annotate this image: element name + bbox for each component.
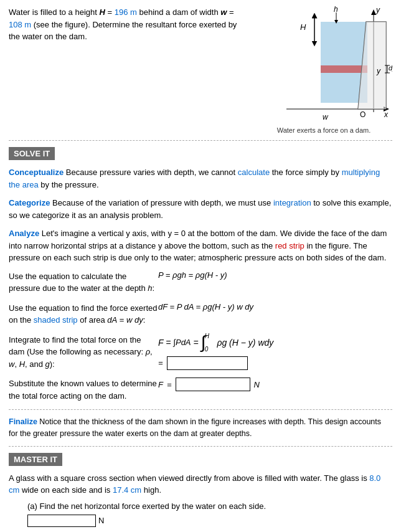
- eq3-equals2: =: [194, 338, 199, 348]
- svg-text:H: H: [300, 22, 306, 32]
- equation-row-3: Integrate to find the total force on the…: [9, 334, 392, 371]
- equation-row-1: Use the equation to calculate the pressu…: [9, 270, 392, 295]
- part-a-input[interactable]: [27, 515, 96, 527]
- intro-text-block: Water is filled to a height H = 196 m be…: [9, 6, 249, 134]
- H-value: 196 m: [115, 7, 137, 17]
- svg-text:x: x: [384, 110, 389, 119]
- divider-3: [9, 446, 392, 447]
- conceptualize-text: Conceptualize Because pressure varies wi…: [9, 166, 392, 191]
- eq4-answer-input[interactable]: [176, 378, 250, 391]
- eq3-F-label: F =: [158, 338, 171, 348]
- intro-paragraph: Water is filled to a height H = 196 m be…: [9, 6, 249, 43]
- w-label: w: [220, 7, 227, 17]
- H-label: H: [99, 7, 105, 17]
- equation-row-4: Substitute the known values to determine…: [9, 378, 392, 402]
- conceptualize-body: Because pressure varies with depth, we c…: [9, 168, 380, 189]
- svg-text:O: O: [360, 110, 366, 119]
- eq3-answer-input[interactable]: [167, 356, 248, 370]
- dam-diagram: H w dy y x y O h: [255, 6, 392, 131]
- svg-marker-1: [371, 9, 376, 15]
- svg-text:y: y: [376, 67, 381, 75]
- eq2-left: Use the equation to find the force exert…: [9, 302, 158, 326]
- divider-2: [9, 409, 392, 410]
- finalize-text: Finalize Notice that the thickness of th…: [9, 416, 392, 440]
- categorize-block: Categorize Because of the variation of p…: [9, 197, 392, 221]
- eq2-formula: dF = P dA = ρg(H - y) w dy: [158, 302, 253, 311]
- master-it-section: MASTER IT A glass with a square cross se…: [9, 453, 392, 533]
- svg-rect-7: [321, 65, 367, 73]
- eq3-integrand: ρg (H − y) wdy: [217, 338, 273, 348]
- svg-text:h: h: [334, 6, 338, 14]
- master-intro-text: A glass with a square cross section when…: [9, 472, 392, 496]
- eq3-left: Integrate to find the total force on the…: [9, 334, 158, 371]
- solve-it-header: SOLVE IT: [9, 147, 55, 160]
- master-height: 17.4 cm: [113, 485, 141, 495]
- eq1-formula: P = ρgh = ρg(H - y): [158, 270, 227, 280]
- eq4-right: F = N: [158, 378, 392, 391]
- eq3-left-text: Integrate to find the total force on the…: [9, 335, 153, 369]
- eq1-left: Use the equation to calculate the pressu…: [9, 270, 158, 295]
- svg-text:dy: dy: [389, 64, 392, 72]
- eq4-unit: N: [254, 380, 260, 389]
- eq2-left-text: Use the equation to find the force exert…: [9, 303, 158, 325]
- categorize-label: Categorize: [9, 198, 50, 207]
- categorize-body: Because of the variation of pressure wit…: [9, 198, 391, 220]
- svg-text:y: y: [375, 6, 380, 14]
- master-it-header: MASTER IT: [9, 453, 62, 466]
- top-area: Water is filled to a height H = 196 m be…: [9, 6, 392, 134]
- master-intro-paragraph: A glass with a square cross section when…: [9, 472, 392, 496]
- eq3-definite-integral: ∫ 0 H: [201, 334, 206, 351]
- eq3-integral-pdA: ∫PdA: [173, 338, 191, 347]
- eq2-right: dF = P dA = ρg(H - y) w dy: [158, 302, 392, 311]
- categorize-text: Categorize Because of the variation of p…: [9, 197, 392, 221]
- part-a-label: (a) Find the net horizontal force exerte…: [27, 501, 392, 511]
- part-a-text: (a) Find the net horizontal force exerte…: [27, 501, 266, 511]
- eq4-equals: =: [167, 380, 172, 389]
- eq1-left-text: Use the equation to calculate the pressu…: [9, 272, 154, 293]
- equation-row-2: Use the equation to find the force exert…: [9, 302, 392, 326]
- eq4-left: Substitute the known values to determine…: [9, 378, 158, 402]
- diagram-container: H w dy y x y O h: [255, 6, 392, 134]
- master-width: 8.0 cm: [9, 473, 380, 495]
- finalize-block: Finalize Notice that the thickness of th…: [9, 416, 392, 440]
- solve-it-section: SOLVE IT Conceptualize Because pressure …: [9, 147, 392, 402]
- analyze-label: Analyze: [9, 229, 39, 238]
- finalize-label: Finalize: [9, 417, 37, 426]
- analyze-body: Let's imagine a vertical y axis, with y …: [9, 229, 387, 262]
- eq3-right: F = ∫PdA = ∫ 0 H ρg (H − y) wdy =: [158, 334, 392, 370]
- eq4-F-label: F: [158, 380, 163, 389]
- conceptualize-block: Conceptualize Because pressure varies wi…: [9, 166, 392, 191]
- eq4-left-text: Substitute the known values to determine…: [9, 379, 157, 401]
- finalize-body: Notice that the thickness of the dam sho…: [9, 417, 381, 438]
- part-a-unit: N: [98, 516, 104, 525]
- analyze-block: Analyze Let's imagine a vertical y axis,…: [9, 227, 392, 264]
- eq3-equals3: =: [158, 358, 163, 368]
- w-value: 108 m: [9, 20, 31, 29]
- svg-text:w: w: [323, 113, 329, 121]
- eq1-right: P = ρgh = ρg(H - y): [158, 270, 392, 280]
- conceptualize-label: Conceptualize: [9, 168, 64, 177]
- analyze-text: Analyze Let's imagine a vertical y axis,…: [9, 227, 392, 264]
- part-a-answer: N: [27, 515, 392, 527]
- divider-1: [9, 140, 392, 141]
